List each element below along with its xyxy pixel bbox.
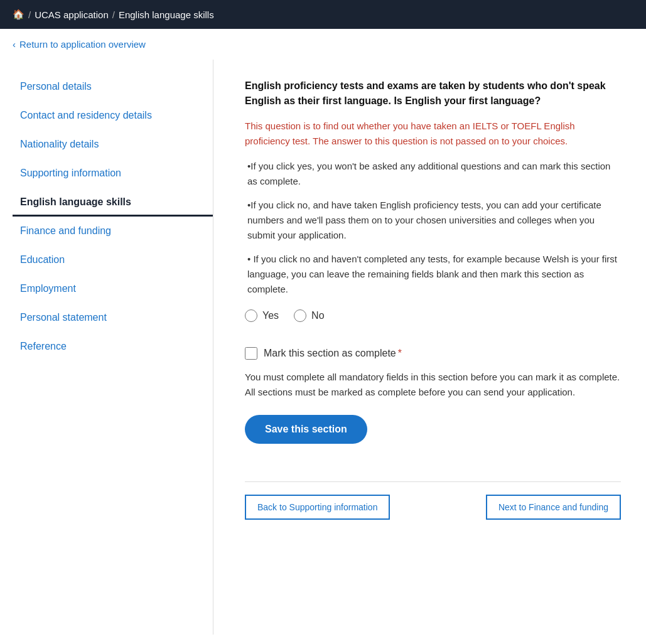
- complete-section: Mark this section as complete* You must …: [245, 347, 621, 400]
- separator1: /: [28, 9, 31, 20]
- mark-complete-label[interactable]: Mark this section as complete*: [264, 348, 402, 359]
- radio-no-label: No: [311, 310, 324, 321]
- radio-yes-label: Yes: [262, 310, 279, 321]
- sidebar-item-personal-details[interactable]: Personal details: [13, 72, 213, 101]
- bullet-text-3: • If you click no and haven't completed …: [245, 252, 621, 297]
- radio-yes-input[interactable]: [245, 309, 257, 322]
- nav-footer: Back to Supporting information Next to F…: [245, 481, 621, 520]
- sidebar-item-personal-statement[interactable]: Personal statement: [13, 303, 213, 332]
- sidebar-item-supporting-information[interactable]: Supporting information: [13, 159, 213, 188]
- radio-no-input[interactable]: [294, 309, 306, 322]
- sidebar-item-english-language-skills[interactable]: English language skills: [13, 188, 213, 217]
- breadcrumb-ucas[interactable]: UCAS application: [35, 9, 109, 20]
- sidebar-item-contact-residency[interactable]: Contact and residency details: [13, 101, 213, 130]
- page-layout: Personal details Contact and residency d…: [0, 60, 646, 635]
- sidebar-item-nationality-details[interactable]: Nationality details: [13, 130, 213, 159]
- sidebar-item-education[interactable]: Education: [13, 245, 213, 274]
- return-link[interactable]: ‹ Return to application overview: [0, 29, 646, 60]
- bullet-text-2: •If you click no, and have taken English…: [245, 198, 621, 243]
- home-icon[interactable]: 🏠: [13, 9, 24, 20]
- main-content: English proficiency tests and exams are …: [213, 60, 646, 635]
- checkbox-label-text: Mark this section as complete: [264, 348, 396, 358]
- breadcrumb-bar: 🏠 / UCAS application / English language …: [0, 0, 646, 29]
- back-button[interactable]: Back to Supporting information: [245, 495, 390, 520]
- radio-yes-option[interactable]: Yes: [245, 309, 279, 322]
- sidebar-item-reference[interactable]: Reference: [13, 332, 213, 361]
- breadcrumb-current: English language skills: [119, 9, 214, 20]
- sidebar-item-employment[interactable]: Employment: [13, 274, 213, 303]
- next-button[interactable]: Next to Finance and funding: [486, 495, 621, 520]
- sidebar-item-finance-funding[interactable]: Finance and funding: [13, 217, 213, 245]
- required-marker: *: [398, 348, 402, 358]
- radio-group: Yes No: [245, 309, 621, 322]
- sidebar: Personal details Contact and residency d…: [0, 60, 213, 635]
- radio-no-option[interactable]: No: [294, 309, 324, 322]
- question-title: English proficiency tests and exams are …: [245, 78, 621, 109]
- mark-complete-checkbox[interactable]: [245, 347, 257, 360]
- complete-info-text: You must complete all mandatory fields i…: [245, 370, 621, 400]
- chevron-left-icon: ‹: [13, 39, 16, 50]
- info-text: This question is to find out whether you…: [245, 119, 621, 149]
- separator2: /: [112, 9, 115, 20]
- save-button[interactable]: Save this section: [245, 415, 367, 444]
- bullet-text-1: •If you click yes, you won't be asked an…: [245, 159, 621, 189]
- return-link-label: Return to application overview: [19, 39, 146, 50]
- checkbox-row: Mark this section as complete*: [245, 347, 621, 360]
